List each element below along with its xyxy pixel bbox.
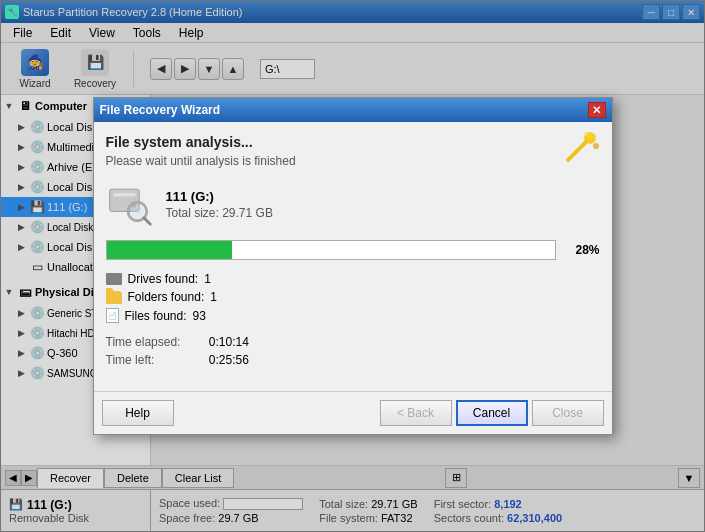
help-button[interactable]: Help — [102, 400, 174, 426]
svg-point-9 — [130, 205, 143, 218]
svg-point-2 — [593, 143, 599, 149]
found-drives-row: Drives found: 1 — [106, 272, 600, 286]
time-elapsed-value: 0:10:14 — [209, 335, 249, 349]
dialog-title-bar: File Recovery Wizard ✕ — [94, 98, 612, 122]
cancel-button[interactable]: Cancel — [456, 400, 528, 426]
time-elapsed-row: Time elapsed: 0:10:14 — [106, 335, 600, 349]
dialog-subtext: Please wait until analysis is finished — [106, 154, 600, 168]
files-found-value: 93 — [193, 309, 206, 323]
file-recovery-dialog: File Recovery Wizard ✕ File sys — [93, 97, 613, 435]
files-found-label: Files found: — [125, 309, 187, 323]
folders-found-label: Folders found: — [128, 290, 205, 304]
drive-image — [106, 180, 154, 228]
progress-fill — [107, 241, 232, 259]
time-left-label: Time left: — [106, 353, 206, 367]
dialog-footer: Help < Back Cancel Close — [94, 391, 612, 434]
progress-track — [106, 240, 556, 260]
dialog-btn-group: < Back Cancel Close — [380, 400, 604, 426]
time-info: Time elapsed: 0:10:14 Time left: 0:25:56 — [106, 335, 600, 367]
dialog-title: File Recovery Wizard — [100, 103, 221, 117]
back-button[interactable]: < Back — [380, 400, 452, 426]
dialog-close-button[interactable]: ✕ — [588, 102, 606, 118]
drives-found-value: 1 — [204, 272, 211, 286]
found-items: Drives found: 1 Folders found: 1 📄 Files… — [106, 272, 600, 323]
dialog-wizard-decoration — [548, 130, 604, 186]
found-folders-row: Folders found: 1 — [106, 290, 600, 304]
time-elapsed-label: Time elapsed: — [106, 335, 206, 349]
folders-found-icon — [106, 291, 122, 304]
drives-found-icon — [106, 273, 122, 285]
close-dialog-button[interactable]: Close — [532, 400, 604, 426]
dialog-heading: File system analysis... — [106, 134, 600, 150]
drive-name: 111 (G:) — [166, 189, 273, 204]
svg-line-10 — [143, 218, 149, 224]
dialog-overlay: File Recovery Wizard ✕ File sys — [0, 0, 705, 532]
svg-point-3 — [584, 132, 588, 136]
drive-details: 111 (G:) Total size: 29.71 GB — [166, 189, 273, 220]
progress-percent: 28% — [564, 243, 600, 257]
time-left-value: 0:25:56 — [209, 353, 249, 367]
drives-found-label: Drives found: — [128, 272, 199, 286]
drive-total-size: Total size: 29.71 GB — [166, 206, 273, 220]
time-left-row: Time left: 0:25:56 — [106, 353, 600, 367]
drive-info: 111 (G:) Total size: 29.71 GB — [106, 180, 600, 228]
svg-rect-6 — [113, 193, 135, 197]
dialog-body: File system analysis... Please wait unti… — [94, 122, 612, 391]
found-files-row: 📄 Files found: 93 — [106, 308, 600, 323]
progress-container: 28% — [106, 240, 600, 260]
files-found-icon: 📄 — [106, 308, 119, 323]
dialog-title-buttons: ✕ — [588, 102, 606, 118]
folders-found-value: 1 — [210, 290, 217, 304]
